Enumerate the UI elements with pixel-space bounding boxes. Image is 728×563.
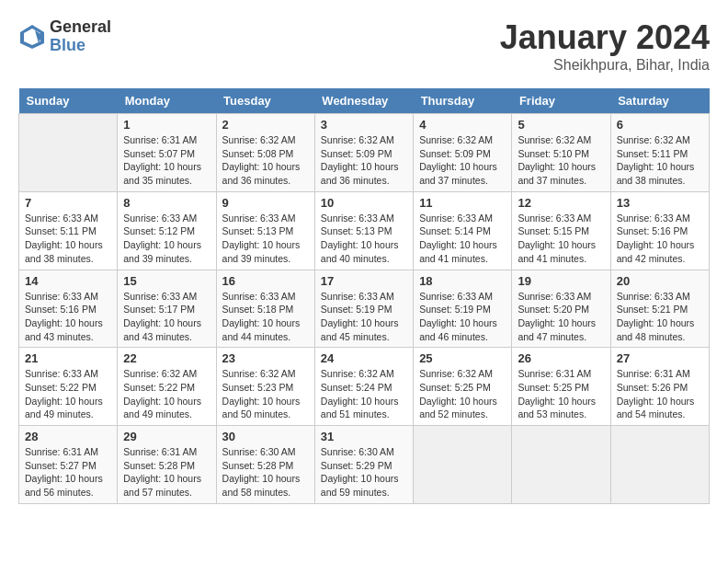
calendar-cell: 14Sunrise: 6:33 AMSunset: 5:16 PMDayligh… — [19, 270, 118, 348]
day-info: Sunrise: 6:32 AMSunset: 5:24 PMDaylight:… — [321, 367, 407, 421]
calendar-cell: 17Sunrise: 6:33 AMSunset: 5:19 PMDayligh… — [314, 270, 413, 348]
month-year-title: January 2024 — [500, 18, 710, 57]
calendar-cell: 4Sunrise: 6:32 AMSunset: 5:09 PMDaylight… — [414, 114, 512, 192]
calendar-cell: 25Sunrise: 6:32 AMSunset: 5:25 PMDayligh… — [414, 348, 512, 426]
logo: General Blue — [18, 18, 111, 55]
calendar-cell: 13Sunrise: 6:33 AMSunset: 5:16 PMDayligh… — [610, 191, 709, 270]
calendar-cell: 19Sunrise: 6:33 AMSunset: 5:20 PMDayligh… — [512, 270, 610, 348]
calendar-cell: 5Sunrise: 6:32 AMSunset: 5:10 PMDaylight… — [512, 114, 610, 192]
calendar-cell: 15Sunrise: 6:33 AMSunset: 5:17 PMDayligh… — [118, 270, 216, 348]
day-number: 6 — [617, 118, 703, 132]
calendar-cell: 30Sunrise: 6:30 AMSunset: 5:28 PMDayligh… — [216, 426, 314, 504]
calendar-cell: 11Sunrise: 6:33 AMSunset: 5:14 PMDayligh… — [414, 191, 512, 270]
day-number: 31 — [321, 430, 407, 443]
calendar-cell: 29Sunrise: 6:31 AMSunset: 5:28 PMDayligh… — [118, 426, 216, 504]
title-block: January 2024 Sheikhpura, Bihar, India — [500, 18, 710, 74]
logo-text: General Blue — [50, 18, 111, 55]
day-number: 28 — [25, 430, 111, 443]
day-number: 17 — [321, 274, 407, 288]
calendar-cell: 24Sunrise: 6:32 AMSunset: 5:24 PMDayligh… — [314, 348, 413, 426]
day-info: Sunrise: 6:32 AMSunset: 5:09 PMDaylight:… — [419, 133, 506, 188]
day-number: 5 — [518, 118, 604, 132]
day-info: Sunrise: 6:33 AMSunset: 5:19 PMDaylight:… — [419, 290, 506, 344]
day-info: Sunrise: 6:32 AMSunset: 5:22 PMDaylight:… — [123, 367, 210, 421]
calendar-cell: 10Sunrise: 6:33 AMSunset: 5:13 PMDayligh… — [314, 191, 413, 270]
day-of-week-friday: Friday — [512, 88, 610, 114]
day-number: 23 — [222, 351, 309, 365]
day-number: 30 — [222, 430, 309, 443]
day-number: 8 — [123, 196, 210, 210]
day-info: Sunrise: 6:33 AMSunset: 5:17 PMDaylight:… — [123, 290, 210, 344]
day-info: Sunrise: 6:33 AMSunset: 5:11 PMDaylight:… — [25, 212, 111, 266]
day-number: 10 — [321, 196, 407, 210]
day-of-week-sunday: Sunday — [19, 88, 118, 114]
day-number: 25 — [419, 351, 506, 365]
calendar-week-4: 21Sunrise: 6:33 AMSunset: 5:22 PMDayligh… — [19, 348, 710, 426]
logo-icon — [18, 23, 46, 51]
logo-general: General — [50, 18, 111, 37]
day-number: 22 — [123, 351, 210, 365]
day-info: Sunrise: 6:33 AMSunset: 5:18 PMDaylight:… — [222, 290, 309, 344]
calendar-header: SundayMondayTuesdayWednesdayThursdayFrid… — [19, 88, 710, 114]
day-of-week-monday: Monday — [118, 88, 216, 114]
day-number: 19 — [518, 274, 604, 288]
calendar-table: SundayMondayTuesdayWednesdayThursdayFrid… — [18, 88, 710, 504]
day-number: 26 — [518, 351, 604, 365]
calendar-cell: 8Sunrise: 6:33 AMSunset: 5:12 PMDaylight… — [118, 191, 216, 270]
day-number: 12 — [518, 196, 604, 210]
calendar-cell: 28Sunrise: 6:31 AMSunset: 5:27 PMDayligh… — [19, 426, 118, 504]
day-info: Sunrise: 6:33 AMSunset: 5:21 PMDaylight:… — [617, 290, 703, 344]
day-info: Sunrise: 6:32 AMSunset: 5:10 PMDaylight:… — [518, 133, 604, 188]
calendar-cell: 3Sunrise: 6:32 AMSunset: 5:09 PMDaylight… — [314, 114, 413, 192]
day-info: Sunrise: 6:30 AMSunset: 5:29 PMDaylight:… — [321, 445, 407, 500]
calendar-cell: 16Sunrise: 6:33 AMSunset: 5:18 PMDayligh… — [216, 270, 314, 348]
calendar-cell: 18Sunrise: 6:33 AMSunset: 5:19 PMDayligh… — [414, 270, 512, 348]
day-info: Sunrise: 6:33 AMSunset: 5:20 PMDaylight:… — [518, 290, 604, 344]
calendar-week-1: 1Sunrise: 6:31 AMSunset: 5:07 PMDaylight… — [19, 114, 710, 192]
day-number: 29 — [123, 430, 210, 443]
calendar-cell: 22Sunrise: 6:32 AMSunset: 5:22 PMDayligh… — [118, 348, 216, 426]
day-number: 2 — [222, 118, 309, 132]
day-info: Sunrise: 6:33 AMSunset: 5:15 PMDaylight:… — [518, 212, 604, 266]
day-info: Sunrise: 6:31 AMSunset: 5:25 PMDaylight:… — [518, 367, 604, 421]
calendar-cell: 6Sunrise: 6:32 AMSunset: 5:11 PMDaylight… — [610, 114, 709, 192]
calendar-cell: 21Sunrise: 6:33 AMSunset: 5:22 PMDayligh… — [19, 348, 118, 426]
day-info: Sunrise: 6:32 AMSunset: 5:09 PMDaylight:… — [321, 133, 407, 188]
day-of-week-wednesday: Wednesday — [314, 88, 413, 114]
day-info: Sunrise: 6:33 AMSunset: 5:16 PMDaylight:… — [25, 290, 111, 344]
day-of-week-tuesday: Tuesday — [216, 88, 314, 114]
day-number: 11 — [419, 196, 506, 210]
day-number: 15 — [123, 274, 210, 288]
calendar-cell: 23Sunrise: 6:32 AMSunset: 5:23 PMDayligh… — [216, 348, 314, 426]
calendar-cell: 31Sunrise: 6:30 AMSunset: 5:29 PMDayligh… — [314, 426, 413, 504]
day-info: Sunrise: 6:32 AMSunset: 5:11 PMDaylight:… — [617, 133, 703, 188]
day-number: 18 — [419, 274, 506, 288]
day-info: Sunrise: 6:31 AMSunset: 5:07 PMDaylight:… — [123, 133, 210, 188]
day-number: 24 — [321, 351, 407, 365]
day-number: 21 — [25, 351, 111, 365]
calendar-cell — [414, 426, 512, 504]
calendar-cell: 27Sunrise: 6:31 AMSunset: 5:26 PMDayligh… — [610, 348, 709, 426]
day-number: 3 — [321, 118, 407, 132]
day-info: Sunrise: 6:33 AMSunset: 5:16 PMDaylight:… — [617, 212, 703, 266]
day-number: 27 — [617, 351, 703, 365]
calendar-week-3: 14Sunrise: 6:33 AMSunset: 5:16 PMDayligh… — [19, 270, 710, 348]
day-info: Sunrise: 6:32 AMSunset: 5:23 PMDaylight:… — [222, 367, 309, 421]
day-info: Sunrise: 6:31 AMSunset: 5:28 PMDaylight:… — [123, 445, 210, 500]
day-info: Sunrise: 6:30 AMSunset: 5:28 PMDaylight:… — [222, 445, 309, 500]
day-info: Sunrise: 6:33 AMSunset: 5:13 PMDaylight:… — [222, 212, 309, 266]
day-number: 7 — [25, 196, 111, 210]
calendar-cell — [19, 114, 118, 192]
calendar-cell: 12Sunrise: 6:33 AMSunset: 5:15 PMDayligh… — [512, 191, 610, 270]
calendar-cell: 9Sunrise: 6:33 AMSunset: 5:13 PMDaylight… — [216, 191, 314, 270]
calendar-week-5: 28Sunrise: 6:31 AMSunset: 5:27 PMDayligh… — [19, 426, 710, 504]
day-info: Sunrise: 6:32 AMSunset: 5:25 PMDaylight:… — [419, 367, 506, 421]
calendar-cell: 7Sunrise: 6:33 AMSunset: 5:11 PMDaylight… — [19, 191, 118, 270]
day-info: Sunrise: 6:33 AMSunset: 5:14 PMDaylight:… — [419, 212, 506, 266]
calendar-cell: 1Sunrise: 6:31 AMSunset: 5:07 PMDaylight… — [118, 114, 216, 192]
day-info: Sunrise: 6:33 AMSunset: 5:12 PMDaylight:… — [123, 212, 210, 266]
day-number: 4 — [419, 118, 506, 132]
day-of-week-thursday: Thursday — [414, 88, 512, 114]
day-info: Sunrise: 6:31 AMSunset: 5:27 PMDaylight:… — [25, 445, 111, 500]
calendar-cell: 2Sunrise: 6:32 AMSunset: 5:08 PMDaylight… — [216, 114, 314, 192]
